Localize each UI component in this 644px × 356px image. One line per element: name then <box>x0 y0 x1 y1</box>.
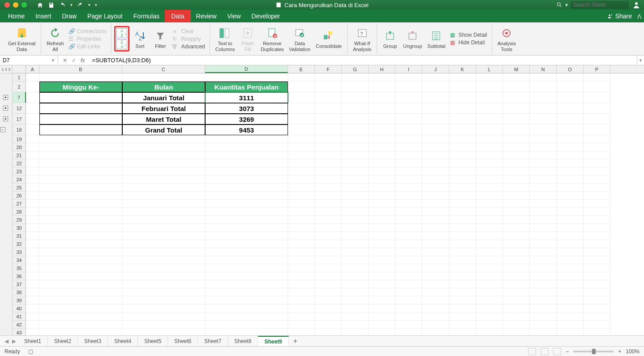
cell-P20[interactable] <box>584 143 610 151</box>
cell-H28[interactable] <box>369 208 395 216</box>
cell-L27[interactable] <box>476 200 503 208</box>
cell-E25[interactable] <box>288 184 315 192</box>
cell-D24[interactable] <box>205 176 288 184</box>
cell-F12[interactable] <box>315 103 342 114</box>
cell-J28[interactable] <box>422 208 449 216</box>
cell-J40[interactable] <box>422 305 449 313</box>
cell-L29[interactable] <box>476 216 503 224</box>
cell-J12[interactable] <box>422 103 449 114</box>
cell-B12[interactable] <box>39 103 122 114</box>
row-header-20[interactable]: 20 <box>13 143 26 151</box>
cell-D36[interactable] <box>205 272 288 280</box>
cell-C31[interactable] <box>122 232 205 240</box>
cell-M36[interactable] <box>503 272 530 280</box>
cell-N25[interactable] <box>530 184 557 192</box>
cell-E28[interactable] <box>288 208 315 216</box>
cell-H39[interactable] <box>369 296 395 305</box>
cell-E2[interactable] <box>288 81 315 92</box>
undo-dropdown-icon[interactable]: ▾ <box>70 3 73 7</box>
cell-D30[interactable] <box>205 224 288 232</box>
macro-record-icon[interactable]: ▢ <box>28 348 33 355</box>
cell-C25[interactable] <box>122 184 205 192</box>
cell-F39[interactable] <box>315 296 342 305</box>
cell-N40[interactable] <box>530 305 557 313</box>
cell-K21[interactable] <box>449 151 476 159</box>
cell-N38[interactable] <box>530 288 557 296</box>
cell-C22[interactable] <box>122 159 205 167</box>
cell-I38[interactable] <box>395 288 422 296</box>
cell-D21[interactable] <box>205 151 288 159</box>
cell-C20[interactable] <box>122 143 205 151</box>
cell-B1[interactable] <box>39 73 122 81</box>
cell-A32[interactable] <box>26 240 39 248</box>
cell-H19[interactable] <box>369 135 395 143</box>
cell-E12[interactable] <box>288 103 315 114</box>
cell-A20[interactable] <box>26 143 39 151</box>
cell-K22[interactable] <box>449 159 476 167</box>
cell-D33[interactable] <box>205 248 288 256</box>
cell-G1[interactable] <box>342 73 369 81</box>
cell-L1[interactable] <box>476 73 503 81</box>
cell-M29[interactable] <box>503 216 530 224</box>
cell-P43[interactable] <box>584 329 610 335</box>
cell-K41[interactable] <box>449 313 476 321</box>
cell-F29[interactable] <box>315 216 342 224</box>
cell-O42[interactable] <box>557 321 584 329</box>
cell-G43[interactable] <box>342 329 369 335</box>
cell-F17[interactable] <box>315 114 342 124</box>
cell-N29[interactable] <box>530 216 557 224</box>
cell-C43[interactable] <box>122 329 205 335</box>
cell-M26[interactable] <box>503 192 530 200</box>
normal-view-button[interactable] <box>528 348 536 355</box>
cell-E17[interactable] <box>288 114 315 124</box>
cell-F21[interactable] <box>315 151 342 159</box>
cell-F24[interactable] <box>315 176 342 184</box>
row-header-43[interactable]: 43 <box>13 329 26 335</box>
cell-A40[interactable] <box>26 305 39 313</box>
cell-O2[interactable] <box>557 81 584 92</box>
cell-B22[interactable] <box>39 159 122 167</box>
cell-F41[interactable] <box>315 313 342 321</box>
cell-N21[interactable] <box>530 151 557 159</box>
cell-B42[interactable] <box>39 321 122 329</box>
zoom-out-button[interactable]: − <box>566 348 569 355</box>
cell-H20[interactable] <box>369 143 395 151</box>
cell-I43[interactable] <box>395 329 422 335</box>
sheet-tab-sheet4[interactable]: Sheet4 <box>108 336 138 347</box>
cell-J26[interactable] <box>422 192 449 200</box>
sort-descending-button[interactable]: ZA↓ <box>116 39 127 49</box>
search-icon[interactable] <box>556 2 562 8</box>
cell-H18[interactable] <box>369 124 395 135</box>
cell-G26[interactable] <box>342 192 369 200</box>
cell-M21[interactable] <box>503 151 530 159</box>
cell-O22[interactable] <box>557 159 584 167</box>
sheet-tab-sheet1[interactable]: Sheet1 <box>18 336 48 347</box>
cell-A36[interactable] <box>26 272 39 280</box>
cell-A26[interactable] <box>26 192 39 200</box>
cell-L43[interactable] <box>476 329 503 335</box>
cell-I28[interactable] <box>395 208 422 216</box>
ungroup-button[interactable]: Ungroup <box>400 27 425 50</box>
cell-J39[interactable] <box>422 296 449 305</box>
cell-D23[interactable] <box>205 167 288 176</box>
cell-I2[interactable] <box>395 81 422 92</box>
cell-L12[interactable] <box>476 103 503 114</box>
cell-H21[interactable] <box>369 151 395 159</box>
cell-I7[interactable] <box>395 92 422 103</box>
sheet-tab-sheet3[interactable]: Sheet3 <box>78 336 108 347</box>
cell-F31[interactable] <box>315 232 342 240</box>
cell-L31[interactable] <box>476 232 503 240</box>
refresh-all-button[interactable]: Refresh All <box>44 25 67 52</box>
cell-P29[interactable] <box>584 216 610 224</box>
cell-M22[interactable] <box>503 159 530 167</box>
cell-O20[interactable] <box>557 143 584 151</box>
cell-P1[interactable] <box>584 73 610 81</box>
cell-K32[interactable] <box>449 240 476 248</box>
sheet-tab-sheet7[interactable]: Sheet7 <box>198 336 228 347</box>
cell-P33[interactable] <box>584 248 610 256</box>
cell-I31[interactable] <box>395 232 422 240</box>
cell-D31[interactable] <box>205 232 288 240</box>
cell-P12[interactable] <box>584 103 610 114</box>
cell-E18[interactable] <box>288 124 315 135</box>
cell-O41[interactable] <box>557 313 584 321</box>
